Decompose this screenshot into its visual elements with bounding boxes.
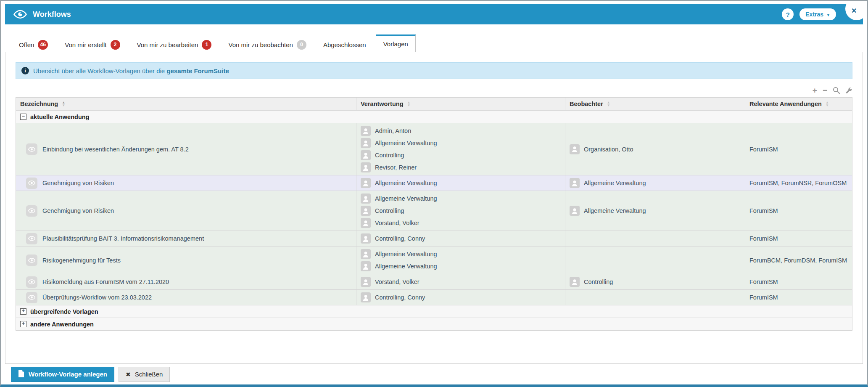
- person-entry: Vorstand, Volker: [361, 276, 561, 287]
- count-badge: 46: [38, 40, 48, 50]
- person-icon: [361, 206, 371, 216]
- sort-icon[interactable]: [826, 101, 829, 107]
- minus-icon[interactable]: [823, 87, 827, 94]
- workflow-title: Plausibilitätsprüfung BAIT 3. Informatio…: [42, 235, 204, 242]
- person-icon: [361, 261, 371, 271]
- search-icon[interactable]: [833, 87, 840, 94]
- titlebar-actions: ? Extras: [782, 8, 836, 20]
- person-entry: Controlling: [361, 150, 561, 161]
- person-icon: [361, 249, 371, 259]
- info-text: Übersicht über alle Workflow-Vorlagen üb…: [33, 67, 229, 74]
- person-entry: Allgemeine Verwaltung: [570, 178, 741, 188]
- extras-button[interactable]: Extras: [799, 8, 836, 20]
- table-row[interactable]: Einbindung bei wesentlichen Änderungen g…: [16, 123, 852, 175]
- person-icon: [570, 277, 580, 287]
- sort-icon[interactable]: [607, 101, 610, 107]
- workflow-eye-icon: [26, 205, 37, 217]
- tab-offen[interactable]: Offen 46: [12, 37, 55, 52]
- extras-label: Extras: [805, 11, 823, 18]
- column-header-relevante-anwendungen[interactable]: Relevante Anwendungen: [745, 98, 852, 110]
- person-entry: Allgemeine Verwaltung: [361, 178, 561, 188]
- relevant-apps: ForumISM: [749, 207, 778, 214]
- person-entry: Allgemeine Verwaltung: [570, 205, 741, 216]
- person-icon: [361, 150, 371, 160]
- expand-icon[interactable]: [20, 321, 26, 327]
- expand-icon[interactable]: [20, 308, 26, 315]
- workflows-window: Workflows ? Extras ✕ Offen 46 Von mir er…: [0, 0, 868, 387]
- tab-vorlagen[interactable]: Vorlagen: [376, 34, 416, 52]
- tab-abgeschlossen[interactable]: Abgeschlossen: [316, 37, 373, 52]
- workflow-title: Genehmigung von Risiken: [42, 180, 114, 186]
- person-icon: [361, 277, 371, 287]
- column-header-verantwortung[interactable]: Verantwortung: [356, 98, 565, 110]
- workflow-eye-icon: [26, 233, 37, 244]
- person-icon: [570, 178, 580, 188]
- workflow-eye-icon: [26, 254, 37, 266]
- info-icon: [21, 67, 29, 74]
- person-icon: [361, 233, 371, 244]
- group-label: aktuelle Anwendung: [30, 114, 89, 120]
- table-row[interactable]: Genehmigung von Risiken Allgemeine Verwa…: [16, 175, 852, 191]
- close-button[interactable]: ✕: [845, 0, 868, 20]
- tab-von-mir-zu-beobachten[interactable]: Von mir zu beobachten 0: [221, 37, 313, 52]
- person-entry: Controlling: [570, 276, 741, 287]
- group-row-aktuelle-anwendung[interactable]: aktuelle Anwendung: [16, 111, 852, 123]
- tab-label: Abgeschlossen: [323, 41, 366, 48]
- tab-content-panel: Übersicht über alle Workflow-Vorlagen üb…: [5, 52, 863, 363]
- person-entry: Revisor, Reiner: [361, 162, 561, 173]
- table-row[interactable]: Plausibilitätsprüfung BAIT 3. Informatio…: [16, 231, 852, 247]
- collapse-icon[interactable]: [20, 114, 26, 120]
- count-badge: 2: [111, 40, 120, 50]
- person-entry: Admin, Anton: [361, 125, 561, 136]
- workflow-title: Überprüfungs-Workflow vom 23.03.2022: [42, 294, 152, 301]
- table-row[interactable]: Genehmigung von Risiken Allgemeine Verwa…: [16, 191, 852, 231]
- page-title: Workflows: [33, 10, 71, 19]
- person-icon: [361, 218, 371, 228]
- help-button[interactable]: ?: [782, 8, 794, 20]
- relevant-apps: ForumBCM, ForumDSM, ForumISM: [749, 257, 847, 264]
- workflow-eye-icon: [26, 292, 37, 303]
- group-row-andere-anwendungen[interactable]: andere Anwendungen: [16, 318, 852, 330]
- person-entry: Allgemeine Verwaltung: [361, 193, 561, 204]
- person-icon: [570, 206, 580, 216]
- group-label: andere Anwendungen: [30, 321, 94, 328]
- tab-label: Offen: [19, 41, 34, 48]
- footer-bar: Workflow-Vorlage anlegen Schließen: [5, 363, 863, 384]
- info-banner: Übersicht über alle Workflow-Vorlagen üb…: [16, 62, 852, 79]
- tab-label: Vorlagen: [383, 40, 408, 48]
- sort-icon[interactable]: [407, 101, 411, 107]
- group-row-uebergreifende-vorlagen[interactable]: übergreifende Vorlagen: [16, 305, 852, 318]
- sort-icon[interactable]: [62, 101, 65, 107]
- column-header-beobachter[interactable]: Beobachter: [565, 98, 745, 110]
- wrench-icon[interactable]: [845, 87, 852, 94]
- workflow-templates-table: Bezeichnung Verantwortung Beobachter Rel…: [16, 97, 852, 331]
- person-entry: Allgemeine Verwaltung: [361, 249, 561, 260]
- tab-label: Von mir zu beobachten: [228, 41, 293, 48]
- tab-von-mir-erstellt[interactable]: Von mir erstellt 2: [58, 37, 127, 52]
- table-row[interactable]: Risikogenehmigung für Tests Allgemeine V…: [16, 247, 852, 274]
- person-icon: [361, 292, 371, 302]
- chevron-down-icon: [826, 11, 830, 18]
- title-bar: Workflows ? Extras ✕: [5, 4, 863, 24]
- close-icon: ✕: [851, 7, 857, 15]
- close-dialog-button[interactable]: Schließen: [119, 367, 170, 382]
- relevant-apps: ForumISM: [749, 294, 778, 301]
- workflow-title: Einbindung bei wesentlichen Änderungen g…: [42, 146, 189, 153]
- person-entry: Controlling: [361, 205, 561, 216]
- table-header-row: Bezeichnung Verantwortung Beobachter Rel…: [16, 98, 852, 111]
- table-row[interactable]: Risikomeldung aus ForumISM vom 27.11.202…: [16, 274, 852, 290]
- plus-icon[interactable]: [813, 87, 817, 94]
- column-header-bezeichnung[interactable]: Bezeichnung: [16, 98, 356, 110]
- relevant-apps: ForumISM, ForumNSR, ForumOSM: [749, 180, 847, 186]
- person-entry: Controlling, Conny: [361, 233, 561, 244]
- close-icon: [126, 371, 131, 378]
- person-icon: [361, 178, 371, 188]
- person-icon: [361, 126, 371, 136]
- count-badge: 1: [202, 40, 211, 50]
- workflow-title: Risikomeldung aus ForumISM vom 27.11.202…: [42, 278, 169, 285]
- person-entry: Allgemeine Verwaltung: [361, 138, 561, 148]
- table-row[interactable]: Überprüfungs-Workflow vom 23.03.2022 Con…: [16, 290, 852, 305]
- tab-von-mir-zu-bearbeiten[interactable]: Von mir zu bearbeiten 1: [130, 37, 219, 52]
- create-template-button[interactable]: Workflow-Vorlage anlegen: [11, 367, 114, 382]
- tab-bar: Offen 46 Von mir erstellt 2 Von mir zu b…: [5, 34, 863, 52]
